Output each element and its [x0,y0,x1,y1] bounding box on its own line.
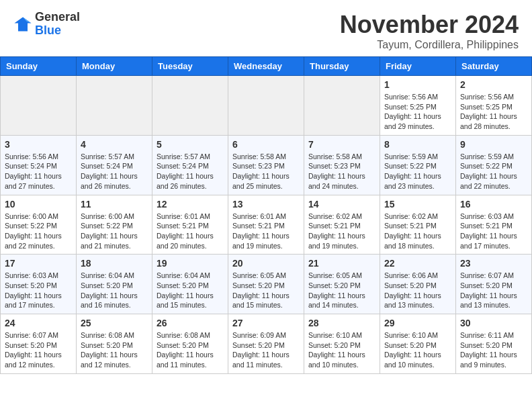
day-15: 15 Sunrise: 6:02 AMSunset: 5:21 PMDaylig… [380,195,456,255]
col-friday: Friday [380,57,456,76]
day-27: 27 Sunrise: 6:09 AMSunset: 5:20 PMDaylig… [228,314,304,374]
day-number: 26 [157,318,224,328]
day-4: 4 Sunrise: 5:57 AMSunset: 5:24 PMDayligh… [77,135,152,195]
day-6: 6 Sunrise: 5:58 AMSunset: 5:23 PMDayligh… [228,135,304,195]
day-number: 10 [5,199,72,210]
day-14: 14 Sunrise: 6:02 AMSunset: 5:21 PMDaylig… [304,195,380,255]
day-info: Sunrise: 5:57 AMSunset: 5:24 PMDaylight:… [81,152,148,191]
day-info: Sunrise: 5:58 AMSunset: 5:23 PMDaylight:… [308,152,375,191]
day-17: 17 Sunrise: 6:03 AMSunset: 5:20 PMDaylig… [1,255,77,314]
day-info: Sunrise: 6:05 AMSunset: 5:20 PMDaylight:… [232,271,300,310]
day-28: 28 Sunrise: 6:10 AMSunset: 5:20 PMDaylig… [304,314,380,374]
day-info: Sunrise: 6:06 AMSunset: 5:20 PMDaylight:… [384,271,451,310]
day-number: 19 [157,258,224,269]
day-number: 8 [384,139,451,150]
title-area: November 2024 Tayum, Cordillera, Philipp… [340,11,519,51]
day-number: 27 [232,318,300,328]
day-number: 18 [81,258,148,269]
day-info: Sunrise: 6:02 AMSunset: 5:21 PMDaylight:… [308,212,375,251]
day-info: Sunrise: 6:08 AMSunset: 5:20 PMDaylight:… [81,330,148,370]
day-info: Sunrise: 6:07 AMSunset: 5:20 PMDaylight:… [5,330,72,370]
page-container: General Blue November 2024 Tayum, Cordil… [0,0,532,374]
day-info: Sunrise: 6:01 AMSunset: 5:21 PMDaylight:… [157,212,224,251]
day-info: Sunrise: 6:03 AMSunset: 5:20 PMDaylight:… [5,271,72,310]
day-9: 9 Sunrise: 5:59 AMSunset: 5:22 PMDayligh… [456,135,532,195]
day-info: Sunrise: 6:09 AMSunset: 5:20 PMDaylight:… [232,330,300,370]
day-20: 20 Sunrise: 6:05 AMSunset: 5:20 PMDaylig… [228,255,304,314]
empty-cell [304,76,380,136]
day-23: 23 Sunrise: 6:07 AMSunset: 5:20 PMDaylig… [456,255,532,314]
day-info: Sunrise: 5:57 AMSunset: 5:24 PMDaylight:… [157,152,224,191]
day-info: Sunrise: 6:04 AMSunset: 5:20 PMDaylight:… [81,271,148,310]
day-number: 16 [460,199,527,210]
day-number: 17 [5,258,72,269]
logo: General Blue [13,11,80,38]
day-number: 5 [157,139,224,150]
day-13: 13 Sunrise: 6:01 AMSunset: 5:21 PMDaylig… [228,195,304,255]
day-number: 29 [384,318,451,328]
col-wednesday: Wednesday [228,57,304,76]
day-number: 11 [81,199,148,210]
day-info: Sunrise: 5:56 AMSunset: 5:25 PMDaylight:… [384,92,451,132]
day-info: Sunrise: 6:10 AMSunset: 5:20 PMDaylight:… [308,330,375,370]
col-sunday: Sunday [1,57,77,76]
day-8: 8 Sunrise: 5:59 AMSunset: 5:22 PMDayligh… [380,135,456,195]
day-number: 1 [384,79,451,90]
table-row: 1 Sunrise: 5:56 AMSunset: 5:25 PMDayligh… [1,76,532,136]
empty-cell [228,76,304,136]
day-29: 29 Sunrise: 6:10 AMSunset: 5:20 PMDaylig… [380,314,456,374]
day-number: 3 [5,139,72,150]
svg-marker-0 [14,17,31,31]
logo-icon [13,15,32,34]
day-number: 6 [232,139,300,150]
col-thursday: Thursday [304,57,380,76]
calendar-table: Sunday Monday Tuesday Wednesday Thursday… [0,56,532,374]
day-info: Sunrise: 5:56 AMSunset: 5:25 PMDaylight:… [460,92,527,132]
day-12: 12 Sunrise: 6:01 AMSunset: 5:21 PMDaylig… [152,195,228,255]
day-26: 26 Sunrise: 6:08 AMSunset: 5:20 PMDaylig… [152,314,228,374]
day-10: 10 Sunrise: 6:00 AMSunset: 5:22 PMDaylig… [1,195,77,255]
day-16: 16 Sunrise: 6:03 AMSunset: 5:21 PMDaylig… [456,195,532,255]
day-21: 21 Sunrise: 6:05 AMSunset: 5:20 PMDaylig… [304,255,380,314]
day-24: 24 Sunrise: 6:07 AMSunset: 5:20 PMDaylig… [1,314,77,374]
table-row: 10 Sunrise: 6:00 AMSunset: 5:22 PMDaylig… [1,195,532,255]
day-number: 2 [460,79,527,90]
empty-cell [152,76,228,136]
table-row: 3 Sunrise: 5:56 AMSunset: 5:24 PMDayligh… [1,135,532,195]
col-saturday: Saturday [456,57,532,76]
empty-cell [77,76,152,136]
day-info: Sunrise: 6:10 AMSunset: 5:20 PMDaylight:… [384,330,451,370]
day-30: 30 Sunrise: 6:11 AMSunset: 5:20 PMDaylig… [456,314,532,374]
day-info: Sunrise: 6:05 AMSunset: 5:20 PMDaylight:… [308,271,375,310]
col-monday: Monday [77,57,152,76]
calendar-header-row: Sunday Monday Tuesday Wednesday Thursday… [1,57,532,76]
day-3: 3 Sunrise: 5:56 AMSunset: 5:24 PMDayligh… [1,135,77,195]
day-info: Sunrise: 6:01 AMSunset: 5:21 PMDaylight:… [232,212,300,251]
location: Tayum, Cordillera, Philippines [340,39,519,51]
day-number: 13 [232,199,300,210]
day-number: 21 [308,258,375,269]
day-info: Sunrise: 5:59 AMSunset: 5:22 PMDaylight:… [384,152,451,191]
empty-cell [1,76,77,136]
day-7: 7 Sunrise: 5:58 AMSunset: 5:23 PMDayligh… [304,135,380,195]
day-info: Sunrise: 6:02 AMSunset: 5:21 PMDaylight:… [384,212,451,251]
month-title: November 2024 [340,11,519,39]
day-number: 24 [5,318,72,328]
day-number: 9 [460,139,527,150]
day-info: Sunrise: 6:11 AMSunset: 5:20 PMDaylight:… [460,330,527,370]
day-info: Sunrise: 6:07 AMSunset: 5:20 PMDaylight:… [460,271,527,310]
day-info: Sunrise: 6:04 AMSunset: 5:20 PMDaylight:… [157,271,224,310]
day-2: 2 Sunrise: 5:56 AMSunset: 5:25 PMDayligh… [456,76,532,136]
day-number: 22 [384,258,451,269]
day-number: 15 [384,199,451,210]
day-info: Sunrise: 6:08 AMSunset: 5:20 PMDaylight:… [157,330,224,370]
day-number: 25 [81,318,148,328]
header: General Blue November 2024 Tayum, Cordil… [0,0,532,56]
table-row: 17 Sunrise: 6:03 AMSunset: 5:20 PMDaylig… [1,255,532,314]
day-info: Sunrise: 5:56 AMSunset: 5:24 PMDaylight:… [5,152,72,191]
day-info: Sunrise: 5:58 AMSunset: 5:23 PMDaylight:… [232,152,300,191]
day-info: Sunrise: 6:00 AMSunset: 5:22 PMDaylight:… [81,212,148,251]
day-22: 22 Sunrise: 6:06 AMSunset: 5:20 PMDaylig… [380,255,456,314]
day-number: 4 [81,139,148,150]
day-info: Sunrise: 6:03 AMSunset: 5:21 PMDaylight:… [460,212,527,251]
